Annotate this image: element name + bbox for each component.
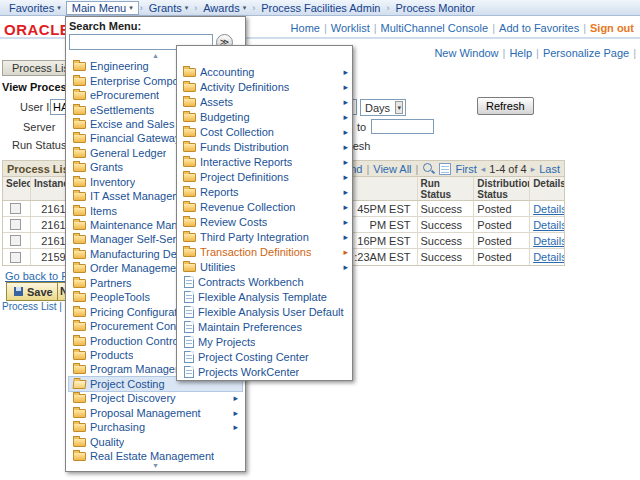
select-cell <box>3 249 31 265</box>
folder-icon <box>73 279 86 288</box>
submenu-arrow-icon: ▸ <box>343 232 349 242</box>
breadcrumb-label: Favorites <box>9 2 54 14</box>
breadcrumb-item-grants[interactable]: Grants▾ <box>144 1 194 15</box>
process-monitor-page: Favorites▾Main Menu▾›Grants▾›Awards▾›Pro… <box>0 0 640 480</box>
submenu-item-label: Review Costs <box>200 216 267 228</box>
signout-link[interactable]: Sign out <box>590 22 634 34</box>
submenu-arrow-icon: ▸ <box>343 202 349 212</box>
folder-icon <box>183 158 196 167</box>
folder-icon <box>183 203 196 212</box>
submenu-item-assets[interactable]: Assets▸ <box>177 94 352 109</box>
submenu-item-review-costs[interactable]: Review Costs▸ <box>177 214 352 229</box>
submenu-item-projects-workcenter[interactable]: Projects WorkCenter <box>177 364 352 379</box>
row-checkbox[interactable] <box>10 203 21 214</box>
folder-icon <box>73 337 86 346</box>
submenu-item-budgeting[interactable]: Budgeting▸ <box>177 109 352 124</box>
submenu-item-project-costing-center[interactable]: Project Costing Center <box>177 349 352 364</box>
details-link[interactable]: Details <box>533 251 564 263</box>
to-date-input[interactable] <box>371 119 434 134</box>
details-link[interactable]: Details <box>533 235 564 247</box>
folder-icon <box>183 83 196 92</box>
folder-icon <box>73 178 86 187</box>
menu-item-proposal-management[interactable]: Proposal Management▸ <box>69 406 242 420</box>
breadcrumb-label: Process Facilities Admin <box>261 2 380 14</box>
menu-item-purchasing[interactable]: Purchasing▸ <box>69 420 242 434</box>
days-select-value: Days <box>365 102 390 114</box>
details-link[interactable]: Details <box>533 203 564 215</box>
to-label: to <box>357 121 366 133</box>
folder-icon <box>183 128 196 137</box>
menu-item-quality[interactable]: Quality <box>69 434 242 448</box>
grid-title: Process List <box>7 163 72 175</box>
submenu-item-flexible-analysis-template[interactable]: Flexible Analysis Template <box>177 289 352 304</box>
submenu-arrow-icon: ▸ <box>343 172 349 182</box>
breadcrumb-item-main-menu[interactable]: Main Menu▾ <box>66 1 139 15</box>
column-header-details: Details <box>530 177 564 200</box>
breadcrumb-item-process-facilities-admin[interactable]: Process Facilities Admin <box>256 1 385 15</box>
pagebar-link-new-window[interactable]: New Window <box>434 47 498 59</box>
pagebar-link-personalize-page[interactable]: Personalize Page <box>543 47 629 59</box>
submenu-item-revenue-collection[interactable]: Revenue Collection▸ <box>177 199 352 214</box>
submenu-arrow-icon: ▸ <box>343 97 349 107</box>
scroll-down-icon[interactable]: ▼ <box>66 462 245 469</box>
submenu-item-activity-definitions[interactable]: Activity Definitions▸ <box>177 79 352 94</box>
submenu-item-utilities[interactable]: Utilities▸ <box>177 259 352 274</box>
column-header-run-status: Run Status <box>418 177 475 200</box>
submenu-item-funds-distribution[interactable]: Funds Distribution▸ <box>177 139 352 154</box>
submenu-list: Accounting▸Activity Definitions▸Assets▸B… <box>177 64 352 379</box>
submenu-item-label: Budgeting <box>200 111 250 123</box>
row-checkbox[interactable] <box>10 219 21 230</box>
header-link-multichannel-console[interactable]: MultiChannel Console <box>381 22 489 34</box>
view-all-link[interactable]: View All <box>373 163 411 175</box>
download-grid-icon[interactable] <box>439 163 451 175</box>
save-button[interactable]: Save <box>6 282 61 301</box>
menu-item-label: Project Discovery <box>90 392 176 404</box>
first-page-link[interactable]: First <box>455 163 476 175</box>
breadcrumb-item-favorites[interactable]: Favorites▾ <box>4 1 66 15</box>
submenu-item-transaction-definitions[interactable]: Transaction Definitions▸ <box>177 244 352 259</box>
separator: | <box>583 22 586 34</box>
folder-icon <box>183 188 196 197</box>
submenu-item-third-party-integration[interactable]: Third Party Integration▸ <box>177 229 352 244</box>
run-status-cell: Success <box>418 233 475 248</box>
submenu-item-contracts-workbench[interactable]: Contracts Workbench <box>177 274 352 289</box>
breadcrumb-label: Grants <box>149 2 182 14</box>
submenu-item-reports[interactable]: Reports▸ <box>177 184 352 199</box>
menu-item-project-discovery[interactable]: Project Discovery▸ <box>69 391 242 405</box>
submenu-item-interactive-reports[interactable]: Interactive Reports▸ <box>177 154 352 169</box>
breadcrumb-item-awards[interactable]: Awards▾ <box>198 1 251 15</box>
submenu-item-cost-collection[interactable]: Cost Collection▸ <box>177 124 352 139</box>
select-cell <box>3 217 31 232</box>
days-select[interactable]: Days ▾ <box>360 99 406 116</box>
header-link-add-to-favorites[interactable]: Add to Favorites <box>499 22 579 34</box>
menu-item-label: PeopleTools <box>90 291 150 303</box>
submenu-item-label: Transaction Definitions <box>200 246 311 258</box>
folder-icon <box>183 218 196 227</box>
menu-item-label: Production Control <box>90 335 181 347</box>
pagebar-link-help[interactable]: Help <box>509 47 532 59</box>
folder-icon <box>183 98 196 107</box>
oracle-logo: ORACLE <box>4 21 70 38</box>
last-page-link[interactable]: Last <box>539 163 560 175</box>
server-label: Server <box>23 121 55 133</box>
header-link-worklist[interactable]: Worklist <box>331 22 370 34</box>
details-link[interactable]: Details <box>533 219 564 231</box>
submenu-item-accounting[interactable]: Accounting▸ <box>177 64 352 79</box>
refresh-button[interactable]: Refresh <box>477 97 534 115</box>
breadcrumb-item-process-monitor[interactable]: Process Monitor <box>390 1 479 15</box>
header-link-home[interactable]: Home <box>291 22 320 34</box>
row-checkbox[interactable] <box>10 235 21 246</box>
submenu-item-flexible-analysis-user-default[interactable]: Flexible Analysis User Default <box>177 304 352 319</box>
submenu-item-label: Flexible Analysis User Default <box>198 306 344 318</box>
folder-icon <box>73 380 87 389</box>
submenu-arrow-icon: ▸ <box>343 247 349 257</box>
menu-item-label: Engineering <box>90 60 149 72</box>
zoom-grid-icon[interactable] <box>422 162 435 175</box>
folder-icon <box>73 452 86 461</box>
submenu-item-my-projects[interactable]: My Projects <box>177 334 352 349</box>
submenu-item-maintain-preferences[interactable]: Maintain Preferences <box>177 319 352 334</box>
breadcrumb-label: Main Menu <box>72 2 126 14</box>
submenu-item-project-definitions[interactable]: Project Definitions▸ <box>177 169 352 184</box>
row-checkbox[interactable] <box>10 252 21 263</box>
submenu-item-label: Third Party Integration <box>200 231 309 243</box>
